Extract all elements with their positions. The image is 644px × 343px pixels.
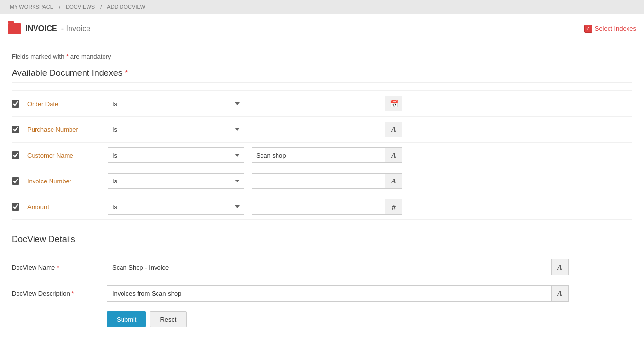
amount-value-wrapper: #	[252, 199, 402, 215]
amount-value-input[interactable]	[252, 199, 385, 215]
docview-desc-input-wrapper: A	[107, 285, 569, 302]
docview-name-text-icon: A	[551, 259, 569, 275]
header-title: INVOICE	[25, 24, 57, 33]
header-subtitle: - Invoice	[61, 24, 90, 33]
docview-desc-asterisk: *	[71, 290, 74, 297]
header-left: INVOICE - Invoice	[8, 23, 90, 34]
docview-name-input-wrapper: A	[107, 259, 569, 275]
text-icon-2: A	[391, 151, 396, 160]
breadcrumb-docviews[interactable]: DOCVIEWS	[66, 4, 95, 10]
docview-desc-input[interactable]	[107, 285, 551, 302]
docview-details-title: DocView Details	[12, 235, 632, 249]
order-date-operator-select[interactable]: IsIs NotContains	[108, 96, 244, 111]
order-date-operator-wrapper: IsIs NotContains	[108, 96, 244, 111]
invoice-number-checkbox[interactable]	[12, 177, 19, 185]
hash-icon: #	[392, 203, 396, 211]
customer-name-checkbox[interactable]	[12, 151, 19, 159]
text-icon-3: A	[391, 177, 396, 185]
docview-desc-text-icon: A	[551, 285, 569, 302]
docview-name-asterisk: *	[57, 264, 59, 271]
invoice-number-label: Invoice Number	[27, 178, 100, 185]
docview-name-row: DocView Name * A	[12, 259, 632, 275]
amount-checkbox[interactable]	[12, 203, 19, 211]
purchase-number-label: Purchase Number	[27, 126, 100, 133]
purchase-number-operator-wrapper: IsIs NotContains	[108, 122, 244, 137]
purchase-number-value-input[interactable]	[252, 122, 385, 137]
submit-button[interactable]: Submit	[107, 311, 146, 327]
index-row-invoice-number: Invoice Number IsIs NotContains A	[12, 168, 632, 194]
invoice-number-text-button[interactable]: A	[385, 173, 402, 189]
customer-name-label: Customer Name	[27, 152, 100, 159]
docview-name-label: DocView Name *	[12, 264, 99, 271]
breadcrumb-add-docview: ADD DOCVIEW	[107, 4, 145, 10]
indexes-table: Order Date IsIs NotContains 📅 Purchase N…	[12, 90, 632, 220]
calendar-icon: 📅	[390, 100, 398, 108]
docview-desc-label: DocView Description *	[12, 290, 99, 297]
order-date-label: Order Date	[27, 100, 100, 108]
folder-icon	[8, 23, 21, 34]
index-row-order-date: Order Date IsIs NotContains 📅	[12, 90, 632, 117]
breadcrumb: MY WORKSPACE / DOCVIEWS / ADD DOCVIEW	[0, 0, 644, 14]
index-row-amount: Amount IsIs NotContains #	[12, 194, 632, 220]
breadcrumb-workspace[interactable]: MY WORKSPACE	[10, 4, 53, 10]
mandatory-note: Fields marked with * are mandatory	[12, 53, 632, 60]
breadcrumb-sep-2: /	[100, 4, 103, 10]
button-row: Submit Reset	[12, 311, 632, 327]
customer-name-text-button[interactable]: A	[385, 147, 402, 163]
available-indexes-title: Available Document Indexes *	[12, 68, 632, 83]
index-row-customer-name: Customer Name IsIs NotContains A	[12, 143, 632, 168]
customer-name-value-wrapper: A	[252, 147, 402, 163]
purchase-number-checkbox[interactable]	[12, 126, 19, 133]
invoice-number-operator-wrapper: IsIs NotContains	[108, 173, 244, 189]
order-date-calendar-button[interactable]: 📅	[385, 96, 402, 111]
text-icon: A	[391, 126, 396, 134]
invoice-number-operator-select[interactable]: IsIs NotContains	[108, 173, 244, 189]
amount-hash-button[interactable]: #	[385, 199, 402, 215]
purchase-number-value-wrapper: A	[252, 122, 402, 137]
order-date-value-input[interactable]	[252, 96, 385, 111]
customer-name-operator-wrapper: IsIs NotContains	[108, 147, 244, 163]
docview-desc-row: DocView Description * A	[12, 285, 632, 302]
purchase-number-operator-select[interactable]: IsIs NotContains	[108, 122, 244, 137]
select-indexes-label: Select Indexes	[595, 25, 636, 32]
customer-name-operator-select[interactable]: IsIs NotContains	[108, 147, 244, 163]
mandatory-text-after: are mandatory	[70, 53, 111, 60]
reset-button[interactable]: Reset	[150, 311, 187, 327]
order-date-value-wrapper: 📅	[252, 96, 402, 111]
select-indexes-button[interactable]: ✓ Select Indexes	[584, 25, 636, 33]
amount-operator-select[interactable]: IsIs NotContains	[108, 199, 244, 215]
docview-name-input[interactable]	[107, 259, 551, 275]
mandatory-text-before: Fields marked with	[12, 53, 66, 60]
index-row-purchase-number: Purchase Number IsIs NotContains A	[12, 117, 632, 143]
mandatory-asterisk: *	[66, 53, 69, 60]
invoice-number-value-input[interactable]	[252, 173, 385, 189]
header-bar: INVOICE - Invoice ✓ Select Indexes	[0, 14, 644, 43]
amount-label: Amount	[27, 203, 100, 211]
indexes-title-asterisk: *	[125, 68, 128, 78]
customer-name-value-input[interactable]	[252, 147, 385, 163]
purchase-number-text-button[interactable]: A	[385, 122, 402, 137]
select-indexes-checkbox-icon: ✓	[584, 25, 592, 33]
main-content: Fields marked with * are mandatory Avail…	[0, 43, 644, 343]
amount-operator-wrapper: IsIs NotContains	[108, 199, 244, 215]
breadcrumb-sep-1: /	[59, 4, 62, 10]
invoice-number-value-wrapper: A	[252, 173, 402, 189]
order-date-checkbox[interactable]	[12, 100, 19, 108]
